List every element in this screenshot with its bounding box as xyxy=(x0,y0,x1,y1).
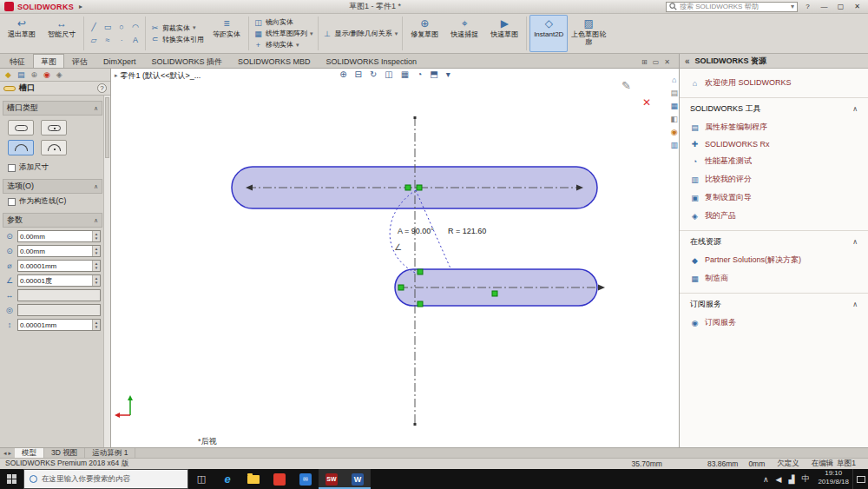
tab-evaluate[interactable]: 评估 xyxy=(64,54,95,68)
shaded-sketch-contours-button[interactable]: ▨ 上色草图轮廓 xyxy=(569,15,608,52)
smart-dimension-button[interactable]: ↔ 智能尺寸 xyxy=(43,15,81,52)
tab-mbd[interactable]: SOLIDWORKS MBD xyxy=(230,54,319,68)
custom-properties-icon[interactable]: ▥ xyxy=(670,141,678,149)
spline-tool-icon[interactable]: ≈ xyxy=(101,34,115,47)
mirror-entities-button[interactable]: ◫ 镜向实体 xyxy=(253,17,313,27)
taskbar-app-word[interactable]: W xyxy=(345,469,371,489)
spinner-icon[interactable]: ▲▼ xyxy=(92,246,100,256)
maximize-button[interactable]: ▢ xyxy=(834,3,847,10)
convert-entities-button[interactable]: ⊂ 转换实体引用 xyxy=(150,35,204,44)
scrollbar-thumb[interactable] xyxy=(105,97,109,158)
help-button[interactable]: ? xyxy=(801,3,814,10)
param-field[interactable]: 0.00001mm▲▼ xyxy=(17,319,101,331)
graphics-viewport[interactable]: ▸ 零件1 (默认<<默认>_... ⊕ ⊟ ↻ ◫ ▦ ◔ ⬒ ▾ xyxy=(111,69,679,447)
sketch-point-handle[interactable] xyxy=(405,185,411,190)
property-tab-builder-link[interactable]: ▤ 属性标签编制程序 xyxy=(680,118,868,136)
move-entities-button[interactable]: + 移动实体 ▾ xyxy=(253,40,313,50)
rectangle-tool-icon[interactable]: ▭ xyxy=(101,21,115,34)
doc-pin-icon[interactable]: ⊞ xyxy=(641,58,648,66)
network-icon[interactable]: ▟ xyxy=(788,475,794,484)
line-tool-icon[interactable]: ╱ xyxy=(87,21,101,34)
slot-type-centerpoint-arc-button[interactable] xyxy=(41,140,67,155)
view-palette-icon[interactable]: ◧ xyxy=(670,115,678,123)
centerline-endpoint[interactable] xyxy=(414,116,417,119)
tray-expand-icon[interactable]: ∧ xyxy=(763,475,769,484)
zoom-area-icon[interactable]: ⊟ xyxy=(355,69,362,79)
tab-dimxpert[interactable]: DimXpert xyxy=(95,54,144,68)
linear-pattern-button[interactable]: ▦ 线性草图阵列 ▾ xyxy=(253,29,313,38)
solidworks-rx-link[interactable]: ✚ SOLIDWORKS Rx xyxy=(680,136,868,152)
spinner-icon[interactable]: ▲▼ xyxy=(92,275,100,286)
taskbar-app-file-explorer[interactable] xyxy=(240,469,266,489)
offset-entities-button[interactable]: ≡ 等距实体 xyxy=(207,15,246,52)
copy-settings-wizard-link[interactable]: ▣ 复制设置向导 xyxy=(680,188,868,207)
hide-show-items-icon[interactable]: ⬒ xyxy=(430,69,437,79)
param-field[interactable]: 0.00001度▲▼ xyxy=(17,274,101,287)
subscription-section-header[interactable]: 订阅服务 ∧ xyxy=(680,293,868,314)
taskbar-app-icon-4[interactable] xyxy=(266,469,293,489)
performance-benchmark-link[interactable]: ◔ 性能基准测试 xyxy=(680,152,868,170)
partner-solutions-link[interactable]: ◆ Partner Solutions(解决方案) xyxy=(680,251,868,269)
quick-snaps-button[interactable]: ⌖ 快速捕捉 xyxy=(445,15,483,52)
menu-expand-icon[interactable]: ▸ xyxy=(77,3,84,10)
slot-type-section-header[interactable]: 槽口类型 ∧ xyxy=(3,101,102,116)
online-resources-section-header[interactable]: 在线资源 ∧ xyxy=(680,230,868,251)
file-explorer-icon[interactable]: ▦ xyxy=(670,102,678,110)
options-section-header[interactable]: 选项(O) ∧ xyxy=(3,179,102,194)
view-orientation-icon[interactable]: ▦ xyxy=(401,69,409,79)
sketch-cancel-icon[interactable]: ✕ xyxy=(642,96,651,109)
sketch-point-handle[interactable] xyxy=(492,291,497,296)
display-style-icon[interactable]: ◔ xyxy=(417,69,422,79)
action-center-button[interactable] xyxy=(852,469,868,489)
taskbar-app-mail[interactable]: ✉ xyxy=(293,469,319,489)
my-products-link[interactable]: ◈ 我的产品 xyxy=(680,207,868,225)
collapse-icon[interactable]: ∧ xyxy=(852,238,858,246)
instant2d-button[interactable]: ◇ Instant2D xyxy=(529,15,568,52)
tab-scroll-left-icon[interactable]: ◂ xyxy=(3,450,7,457)
trim-entities-button[interactable]: ✂ 剪裁实体 ▾ xyxy=(150,23,204,33)
previous-view-icon[interactable]: ↻ xyxy=(370,69,377,79)
point-tool-icon[interactable]: ∙ xyxy=(115,34,128,47)
home-icon[interactable]: ⌂ xyxy=(672,76,676,84)
taskbar-app-solidworks[interactable]: SW xyxy=(319,469,345,489)
compare-scores-link[interactable]: ▥ 比较我的评分 xyxy=(680,170,868,188)
exit-sketch-button[interactable]: ↩ 退出草图 xyxy=(3,15,41,52)
welcome-link[interactable]: ⌂ 欢迎使用 SOLIDWORKS xyxy=(680,74,868,92)
tab-sketch[interactable]: 草图 xyxy=(33,54,64,68)
sketch-point-handle[interactable] xyxy=(418,269,423,274)
task-view-button[interactable]: ◫ xyxy=(188,469,214,489)
model-tab[interactable]: 模型 xyxy=(15,448,44,458)
command-help-icon[interactable]: ? xyxy=(97,83,107,93)
arc-tool-icon[interactable]: ◠ xyxy=(128,21,142,34)
spinner-icon[interactable]: ▲▼ xyxy=(92,320,100,330)
3d-views-tab[interactable]: 3D 视图 xyxy=(44,448,85,458)
collapse-icon[interactable]: ∧ xyxy=(852,301,858,308)
speaker-icon[interactable]: ◀ xyxy=(776,475,782,484)
configuration-manager-tab-icon[interactable]: ▤ xyxy=(17,70,25,79)
repair-sketch-button[interactable]: ⊕ 修复草图 xyxy=(405,15,444,52)
clock[interactable]: 19:10 2019/8/18 xyxy=(814,469,852,489)
add-dimension-checkbox-row[interactable]: 添加尺寸 xyxy=(3,160,102,175)
param-field[interactable]: 0.00mm▲▼ xyxy=(17,245,101,257)
taskbar-search-box[interactable]: 在这里输入你要搜索的内容 xyxy=(23,469,188,489)
help-search-box[interactable]: 搜索 SOLIDWORKS 帮助 ▾ xyxy=(666,2,798,12)
design-library-icon[interactable]: ▤ xyxy=(670,89,678,97)
filter-tab-icon[interactable]: ◈ xyxy=(56,70,62,79)
doc-restore-icon[interactable]: ▭ xyxy=(653,58,660,66)
display-delete-relations-button[interactable]: ⊥ 显示/删除几何关系 ▾ xyxy=(323,29,398,38)
param-field[interactable]: 0.00mm▲▼ xyxy=(17,230,101,242)
dropdown-icon[interactable]: ▾ xyxy=(193,24,196,31)
minimize-button[interactable]: — xyxy=(818,3,831,10)
param-field[interactable]: 0.00001mm▲▼ xyxy=(17,260,101,272)
manufacturers-link[interactable]: ▦ 制造商 xyxy=(680,269,868,287)
dropdown-icon[interactable]: ▾ xyxy=(310,30,313,37)
centerline-endpoint[interactable] xyxy=(414,423,417,426)
dimxpert-manager-tab-icon[interactable]: ⊕ xyxy=(30,70,37,79)
add-dimension-checkbox[interactable] xyxy=(8,164,16,172)
circle-tool-icon[interactable]: ○ xyxy=(115,21,128,34)
slot-type-3point-arc-button[interactable] xyxy=(8,140,34,155)
construction-checkbox-row[interactable]: 作为构造线(C) xyxy=(3,194,102,209)
tools-section-header[interactable]: SOLIDWORKS 工具 ∧ xyxy=(680,97,868,118)
collapse-icon[interactable]: ∧ xyxy=(94,183,98,190)
construction-checkbox[interactable] xyxy=(8,198,16,206)
